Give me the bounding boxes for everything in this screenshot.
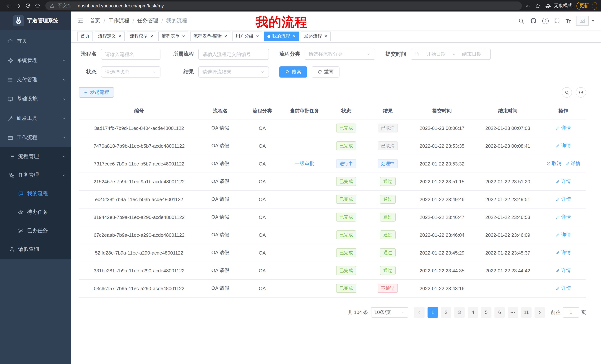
tab-首页[interactable]: 首页 (77, 31, 93, 41)
page-button-1[interactable]: 1 (428, 307, 438, 317)
cell-end-time: 2022-01-22 23:49:51 (475, 190, 541, 208)
tab-close-icon[interactable]: × (224, 34, 227, 38)
category-select[interactable]: 请选择流程分类 (305, 49, 375, 60)
browser-forward-button[interactable] (13, 1, 23, 10)
page-button-11[interactable]: 11 (521, 307, 531, 317)
tab-流程表单[interactable]: 流程表单× (158, 31, 188, 41)
detail-action-link[interactable]: 详情 (556, 143, 571, 149)
page-ellipsis-button[interactable]: ••• (508, 307, 518, 317)
sidebar-item-home[interactable]: 首页 (0, 31, 71, 51)
sidebar-item-leave-query[interactable]: 请假查询 (0, 240, 71, 259)
submit-time-range-picker[interactable]: 开始日期 - 结束日期 (411, 49, 491, 60)
cell-submit-time: 2022-01-23 00:06:17 (409, 119, 475, 137)
detail-action-link[interactable]: 详情 (556, 285, 571, 292)
sidebar-item-system-mgmt[interactable]: 系统管理 (0, 51, 71, 70)
browser-update-menu-button[interactable]: 更新 (576, 2, 597, 10)
github-link[interactable] (530, 18, 537, 24)
tab-close-icon[interactable]: × (324, 34, 327, 38)
process-definition-input-field[interactable] (202, 51, 265, 57)
breadcrumb-workflow[interactable]: 工作流程 (109, 18, 129, 24)
sidebar-item-payment-mgmt[interactable]: 支付管理 (0, 70, 71, 89)
cancel-action-link[interactable]: 取消 (546, 160, 561, 167)
page-button-5[interactable]: 5 (481, 307, 491, 317)
create-process-button[interactable]: 发起流程 (79, 87, 114, 98)
detail-action-link[interactable]: 详情 (556, 267, 571, 274)
table-header-row: 编号 流程名 流程分类 当前审批任务 状态 结果 提交时间 结束时间 操作 (79, 103, 586, 119)
detail-action-link[interactable]: 详情 (556, 196, 571, 203)
process-name-input[interactable] (101, 49, 160, 60)
tab-发起流程[interactable]: 发起流程× (301, 31, 331, 41)
page-button-4[interactable]: 4 (468, 307, 478, 317)
detail-action-link[interactable]: 详情 (556, 231, 571, 238)
process-name-input-field[interactable] (105, 51, 156, 57)
app-logo[interactable]: 芋道管理系统 (0, 11, 71, 30)
goto-page-input[interactable] (563, 307, 579, 317)
status-select[interactable]: 请选择状态 (101, 67, 160, 77)
browser-reload-button[interactable] (23, 1, 33, 10)
url-text[interactable]: dashboard.yudao.iocoder.cn/bpm/task/my (78, 3, 164, 8)
tab-我的流程[interactable]: 我的流程× (264, 31, 299, 41)
password-key-button[interactable] (525, 3, 531, 9)
sidebar-item-todo-tasks[interactable]: 待办任务 (0, 203, 71, 221)
cancel-icon (546, 161, 551, 166)
tab-close-icon[interactable]: × (293, 34, 295, 38)
address-bar[interactable]: 不安全 dashboard.yudao.iocoder.cn/bpm/task/… (45, 1, 522, 10)
tab-close-icon[interactable]: × (119, 34, 121, 38)
sidebar-item-my-process[interactable]: 我的流程 (0, 184, 71, 203)
category-placeholder: 请选择流程分类 (309, 51, 342, 57)
briefcase-icon (7, 135, 13, 141)
help-button[interactable]: ? (542, 18, 549, 24)
cell-actions: 详情 (541, 244, 586, 262)
security-label[interactable]: 不安全 (58, 3, 71, 9)
result-select[interactable]: 请选择流结果 (198, 67, 269, 77)
refresh-table-button[interactable] (576, 87, 586, 98)
detail-action-link[interactable]: 详情 (556, 214, 571, 220)
date-start-placeholder[interactable]: 开始日期 (421, 51, 452, 57)
reset-button[interactable]: 重置 (312, 67, 340, 77)
tab-用户分组[interactable]: 用户分组× (232, 31, 262, 41)
tab-流程模型[interactable]: 流程模型× (127, 31, 156, 41)
next-page-button[interactable] (534, 307, 545, 317)
page-button-6[interactable]: 6 (494, 307, 505, 317)
breadcrumb-home[interactable]: 首页 (90, 18, 100, 24)
fullscreen-button[interactable] (554, 18, 560, 24)
process-definition-input[interactable] (198, 49, 269, 60)
sidebar-item-process-mgmt[interactable]: 流程管理 (0, 147, 71, 166)
search-button[interactable]: 搜索 (279, 67, 307, 77)
toggle-search-button[interactable] (562, 87, 572, 98)
prev-page-button[interactable] (414, 307, 425, 317)
detail-action-link[interactable]: 详情 (556, 249, 571, 256)
current-task-link[interactable]: 一级审批 (295, 161, 314, 166)
header-search-button[interactable] (518, 18, 524, 24)
detail-action-link[interactable]: 详情 (556, 125, 571, 131)
sidebar-item-dev-tools[interactable]: 研发工具 (0, 109, 71, 128)
page-button-2[interactable]: 2 (441, 307, 451, 317)
sidebar-item-done-tasks[interactable]: 已办任务 (0, 221, 71, 240)
page-button-3[interactable]: 3 (454, 307, 465, 317)
detail-action-link[interactable]: 详情 (565, 160, 580, 167)
browser-back-button[interactable] (4, 1, 13, 10)
tab-流程定义[interactable]: 流程定义× (95, 31, 125, 41)
tab-close-icon[interactable]: × (150, 34, 153, 38)
cell-id: 331bc281-7b9a-11ec-a290-acde48001122 (79, 262, 200, 279)
tab-流程表单-编辑[interactable]: 流程表单-编辑× (190, 31, 230, 41)
date-end-placeholder[interactable]: 结束日期 (456, 51, 487, 57)
breadcrumb-task-mgmt[interactable]: 任务管理 (137, 18, 158, 24)
sidebar-item-infrastructure[interactable]: 基础设施 (0, 89, 71, 109)
tab-close-icon[interactable]: × (256, 34, 259, 38)
cell-submit-time: 2022-01-22 23:51:15 (409, 172, 475, 190)
detail-action-link[interactable]: 详情 (556, 178, 571, 185)
user-menu[interactable] (576, 16, 595, 26)
browser-home-button[interactable] (33, 1, 42, 10)
page-size-select[interactable]: 10条/页 (371, 307, 408, 317)
sidebar-item-task-mgmt[interactable]: 任务管理 (0, 166, 71, 184)
sidebar-item-workflow[interactable]: 工作流程 (0, 128, 71, 147)
sidebar-item-label: 系统管理 (17, 57, 59, 64)
font-size-button[interactable]: TT (566, 18, 571, 24)
bookmark-button[interactable] (535, 3, 541, 9)
col-header-result: 结果 (367, 103, 409, 119)
tab-close-icon[interactable]: × (182, 34, 185, 38)
sidebar-collapse-button[interactable] (77, 18, 84, 24)
table-row: 819442e8-7b9a-11ec-a290-acde48001122OA 请… (79, 208, 586, 226)
pen-icon (556, 179, 560, 184)
